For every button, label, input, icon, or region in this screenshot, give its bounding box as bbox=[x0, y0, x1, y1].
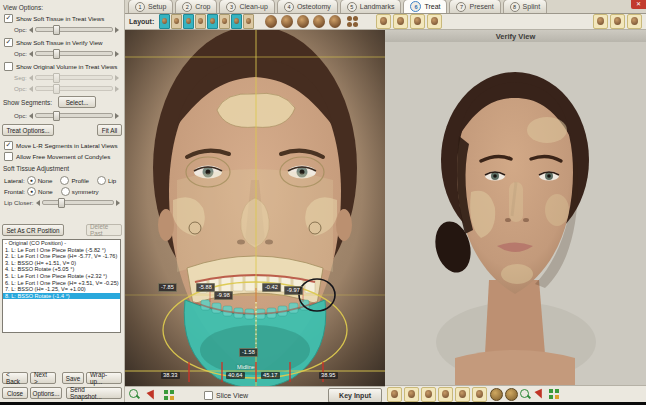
slider-thumb[interactable] bbox=[53, 84, 60, 94]
checkbox-icon[interactable] bbox=[204, 391, 213, 400]
layout-preset-icon[interactable] bbox=[207, 14, 218, 29]
list-item[interactable]: 5. L: Le Fort I One Piece Rotate (+2.32 … bbox=[3, 273, 120, 280]
slider-left-arrow-icon[interactable] bbox=[29, 113, 33, 119]
key-input-button[interactable]: Key Input bbox=[328, 388, 382, 403]
verify-3d-viewport[interactable] bbox=[385, 42, 646, 385]
seg-slider-volume[interactable]: Seg: bbox=[14, 74, 119, 81]
fit-all-button[interactable]: Fit All bbox=[97, 124, 122, 136]
treat-3d-viewport[interactable] bbox=[125, 30, 385, 386]
next-button[interactable]: Next > bbox=[30, 372, 56, 384]
slider-left-arrow-icon[interactable] bbox=[29, 75, 33, 81]
list-item[interactable]: 7. L: BSSO (H= -1.25, V= +1.00) bbox=[3, 286, 120, 293]
head-view-icon[interactable] bbox=[410, 14, 425, 29]
list-item[interactable]: 3. L: BSSO (H= +1.51, V= 0) bbox=[3, 260, 120, 267]
opacity-slider-segments[interactable]: Opc: bbox=[14, 112, 119, 119]
checkbox-icon[interactable]: ✓ bbox=[4, 14, 13, 23]
treat-options-button[interactable]: Treat Options... bbox=[2, 124, 54, 136]
layout-preset-icon[interactable] bbox=[183, 14, 194, 29]
slider-thumb[interactable] bbox=[53, 111, 60, 121]
checkbox-show-orig-volume[interactable]: Show Original Volume in Treat Views bbox=[4, 62, 117, 71]
slider-track[interactable] bbox=[35, 75, 113, 80]
rotation-view-icon[interactable] bbox=[505, 388, 518, 401]
slider-thumb[interactable] bbox=[53, 25, 60, 35]
list-item[interactable]: 1. L: Le Fort I One Piece Rotate (-5.82 … bbox=[3, 247, 120, 254]
layout-preset-icon[interactable] bbox=[171, 14, 182, 29]
options-button[interactable]: Options... bbox=[30, 387, 62, 399]
head-view-icon[interactable] bbox=[593, 14, 608, 29]
opacity-slider-treat[interactable]: Opc: bbox=[14, 26, 119, 33]
opacity-slider-volume[interactable]: Opc: bbox=[14, 85, 119, 92]
head-view-icon[interactable] bbox=[393, 14, 408, 29]
tab-present[interactable]: 7Present bbox=[449, 0, 500, 13]
head-view-icon[interactable] bbox=[610, 14, 625, 29]
window-close-button[interactable]: ✕ bbox=[631, 0, 646, 9]
slider-thumb[interactable] bbox=[53, 49, 60, 59]
tab-landmarks[interactable]: 5Landmarks bbox=[340, 0, 402, 13]
pan-tool-icon[interactable] bbox=[549, 389, 560, 400]
checkbox-icon[interactable]: ✓ bbox=[4, 141, 13, 150]
head-view-icon[interactable] bbox=[376, 14, 391, 29]
checkbox-show-soft-verify[interactable]: ✓ Show Soft Tissue in Verify View bbox=[4, 38, 103, 47]
checkbox-icon[interactable] bbox=[4, 62, 13, 71]
slider-track[interactable] bbox=[35, 27, 113, 32]
slider-left-arrow-icon[interactable] bbox=[29, 51, 33, 57]
opacity-slider-verify[interactable]: Opc: bbox=[14, 50, 119, 57]
list-item[interactable]: 2. L: Le Fort I One Piece (H= -5.77, V= … bbox=[3, 253, 120, 260]
head-view-icon[interactable] bbox=[427, 14, 442, 29]
slider-right-arrow-icon[interactable] bbox=[115, 51, 119, 57]
send-snapshot-button[interactable]: Send Snapshot... bbox=[66, 387, 122, 399]
slider-right-arrow-icon[interactable] bbox=[115, 113, 119, 119]
slider-left-arrow-icon[interactable] bbox=[36, 200, 40, 206]
slider-thumb[interactable] bbox=[53, 73, 60, 83]
radio-icon[interactable] bbox=[61, 187, 70, 196]
slider-right-arrow-icon[interactable] bbox=[115, 75, 119, 81]
checkbox-allow-free-condyles[interactable]: Allow Free Movement of Condyles bbox=[4, 152, 110, 161]
zoom-icon[interactable] bbox=[129, 389, 141, 401]
slider-thumb[interactable] bbox=[58, 198, 65, 208]
slider-right-arrow-icon[interactable] bbox=[115, 27, 119, 33]
slider-track[interactable] bbox=[42, 200, 114, 205]
radio-icon[interactable]: ● bbox=[27, 187, 36, 196]
slider-right-arrow-icon[interactable] bbox=[116, 200, 120, 206]
head-view-icon[interactable] bbox=[313, 15, 325, 28]
slider-track[interactable] bbox=[35, 113, 113, 118]
tab-treat[interactable]: 6Treat bbox=[403, 0, 447, 13]
head-orientation-icon[interactable] bbox=[387, 387, 402, 402]
pan-tool-icon[interactable] bbox=[164, 390, 175, 401]
layout-preset-icon[interactable] bbox=[195, 14, 206, 29]
head-view-icon[interactable] bbox=[265, 15, 277, 28]
multi-view-icon[interactable] bbox=[346, 15, 359, 28]
slider-track[interactable] bbox=[35, 51, 113, 56]
head-view-icon[interactable] bbox=[297, 15, 309, 28]
checkbox-icon[interactable] bbox=[4, 152, 13, 161]
save-button[interactable]: Save bbox=[62, 372, 84, 384]
head-orientation-icon[interactable] bbox=[421, 387, 436, 402]
list-item-selected[interactable]: 8. L: BSSO Rotate (-1.4 °) bbox=[3, 293, 120, 300]
radio-icon[interactable]: ● bbox=[27, 176, 36, 185]
slider-left-arrow-icon[interactable] bbox=[29, 27, 33, 33]
head-view-icon[interactable] bbox=[627, 14, 642, 29]
checkbox-show-soft-treat[interactable]: ✓ Show Soft Tissue in Treat Views bbox=[4, 14, 104, 23]
layout-preset-icon[interactable] bbox=[231, 14, 242, 29]
head-view-icon[interactable] bbox=[281, 15, 293, 28]
pointer-tool-icon[interactable] bbox=[535, 389, 546, 400]
movement-history-list[interactable]: - Original (CO Position) - 1. L: Le Fort… bbox=[2, 239, 121, 333]
list-item[interactable]: - Original (CO Position) - bbox=[3, 240, 120, 247]
slider-left-arrow-icon[interactable] bbox=[29, 86, 33, 92]
tab-osteotomy[interactable]: 4Osteotomy bbox=[277, 0, 338, 13]
tab-setup[interactable]: 1Setup bbox=[128, 0, 173, 13]
slider-track[interactable] bbox=[35, 86, 113, 91]
head-orientation-icon[interactable] bbox=[472, 387, 487, 402]
head-orientation-icon[interactable] bbox=[455, 387, 470, 402]
wrapup-button[interactable]: Wrap-up... bbox=[86, 372, 122, 384]
radio-icon[interactable] bbox=[60, 176, 69, 185]
tab-crop[interactable]: 2Crop bbox=[175, 0, 217, 13]
layout-preset-icon[interactable] bbox=[159, 14, 170, 29]
rotation-view-icon[interactable] bbox=[490, 388, 503, 401]
head-orientation-icon[interactable] bbox=[404, 387, 419, 402]
select-segments-button[interactable]: Select... bbox=[58, 96, 96, 108]
head-orientation-icon[interactable] bbox=[438, 387, 453, 402]
list-item[interactable]: 4. L: BSSO Rotate (+5.05 °) bbox=[3, 266, 120, 273]
pointer-tool-icon[interactable] bbox=[147, 389, 158, 400]
set-cr-position-button[interactable]: Set As CR Position bbox=[2, 224, 64, 236]
